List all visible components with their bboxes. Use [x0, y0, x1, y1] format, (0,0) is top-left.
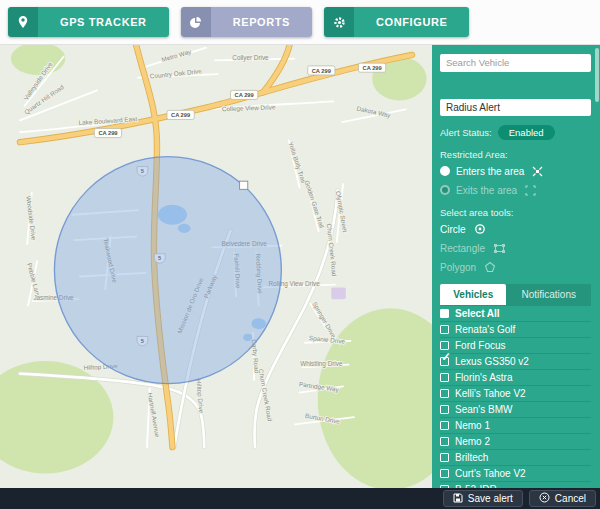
- vehicle-checkbox[interactable]: [440, 341, 449, 350]
- highway-shield: CA 299: [94, 129, 121, 138]
- highway-shield: CA 299: [308, 66, 335, 75]
- vehicle-row[interactable]: Curt's Tahoe V2: [440, 466, 591, 482]
- pie-chart-icon: [181, 7, 211, 37]
- street-label: Hilltop Drive: [194, 379, 205, 414]
- vehicle-row[interactable]: Nemo 2: [440, 434, 591, 450]
- vehicle-checkbox-checked[interactable]: ✓: [440, 357, 449, 366]
- svg-text:CA 299: CA 299: [171, 112, 190, 118]
- circle-tool-icon: [474, 223, 486, 235]
- vehicle-row[interactable]: Ford Focus: [440, 338, 591, 354]
- radius-alert-circle[interactable]: [54, 157, 281, 384]
- street-label: Dakota Way: [356, 105, 392, 120]
- location-pin-icon: [8, 7, 38, 37]
- search-vehicle-input[interactable]: [440, 54, 591, 72]
- vehicle-name: Ford Focus: [455, 340, 506, 351]
- vehicle-checkbox[interactable]: [440, 309, 449, 318]
- gps-tracker-app: GPS TRACKER REPORTS CONFIGURE: [0, 0, 600, 509]
- vehicle-name: Renata's Golf: [455, 324, 515, 335]
- cancel-label: Cancel: [555, 493, 586, 504]
- vehicle-name: Curt's Tahoe V2: [455, 468, 526, 479]
- enters-area-label: Enters the area: [456, 166, 524, 177]
- vehicle-name: Kelli's Tahoe V2: [455, 388, 526, 399]
- highway-shield: CA 299: [359, 63, 386, 72]
- top-nav: GPS TRACKER REPORTS CONFIGURE: [0, 0, 600, 45]
- bottom-bar: Save alert Cancel: [0, 488, 600, 509]
- tab-vehicles[interactable]: Vehicles: [440, 284, 506, 305]
- circle-tool-label: Circle: [440, 224, 466, 235]
- vehicle-checkbox[interactable]: [440, 453, 449, 462]
- vehicle-checkbox[interactable]: [440, 405, 449, 414]
- floppy-disk-icon: [453, 493, 463, 505]
- vehicle-name: Select All: [455, 308, 500, 319]
- gps-tracker-button[interactable]: GPS TRACKER: [8, 7, 169, 37]
- alert-panel: Alert Status: Enabled Restricted Area: E…: [432, 45, 600, 488]
- vehicle-list: Select AllRenata's GolfFord Focus✓Lexus …: [440, 305, 591, 489]
- restricted-area-label: Restricted Area:: [440, 149, 591, 160]
- vehicle-name: Nemo 1: [455, 420, 490, 431]
- svg-text:CA 299: CA 299: [98, 130, 117, 136]
- vehicle-row[interactable]: Kelli's Tahoe V2: [440, 386, 591, 402]
- reports-button[interactable]: REPORTS: [181, 7, 312, 37]
- highway-shield: CA 299: [231, 90, 258, 99]
- vehicle-checkbox[interactable]: [440, 325, 449, 334]
- exits-area-label: Exits the area: [456, 185, 517, 196]
- alert-status-row: Alert Status: Enabled: [440, 125, 591, 140]
- street-label: Golden Gate Trail: [304, 179, 326, 228]
- vehicle-name: Florin's Astra: [455, 372, 512, 383]
- tab-notifications[interactable]: Notifications: [506, 284, 591, 305]
- vehicle-row[interactable]: Florin's Astra: [440, 370, 591, 386]
- polygon-tool-icon: [484, 261, 496, 273]
- vehicle-row[interactable]: Briltech: [440, 450, 591, 466]
- street-label: Metro Way: [161, 48, 193, 64]
- alert-name-input[interactable]: [440, 99, 591, 116]
- panel-tabs: Vehicles Notifications: [440, 284, 591, 305]
- vehicle-row[interactable]: Nemo 1: [440, 418, 591, 434]
- save-alert-label: Save alert: [468, 493, 513, 504]
- map-container: CA 299CA 299CA 299CA 299CA 299555 Valley…: [0, 45, 432, 488]
- circle-resize-handle[interactable]: [240, 181, 248, 189]
- sidebar-scrollbar[interactable]: [595, 48, 599, 102]
- save-alert-button[interactable]: Save alert: [443, 490, 523, 507]
- gear-icon: [324, 7, 354, 37]
- circle-tool[interactable]: Circle: [440, 222, 591, 237]
- alert-status-toggle[interactable]: Enabled: [498, 125, 555, 140]
- vehicle-row[interactable]: ✓Lexus GS350 v2: [440, 354, 591, 370]
- svg-text:CA 299: CA 299: [235, 92, 254, 98]
- enter-area-icon: [532, 166, 543, 177]
- vehicle-checkbox[interactable]: [440, 469, 449, 478]
- rectangle-tool[interactable]: Rectangle: [440, 241, 591, 256]
- cancel-button[interactable]: Cancel: [529, 490, 596, 507]
- configure-label: CONFIGURE: [354, 7, 469, 37]
- svg-text:CA 299: CA 299: [363, 65, 382, 71]
- svg-text:CA 299: CA 299: [312, 68, 331, 74]
- radio-selected[interactable]: [440, 166, 450, 176]
- cancel-x-icon: [539, 492, 550, 505]
- configure-button[interactable]: CONFIGURE: [324, 7, 469, 37]
- vehicle-checkbox[interactable]: [440, 421, 449, 430]
- check-mark-icon: ✓: [441, 351, 451, 363]
- radio-unselected[interactable]: [440, 185, 450, 195]
- street-label: Country Oak Drive: [149, 67, 202, 80]
- vehicle-name: Briltech: [455, 452, 488, 463]
- vehicle-checkbox[interactable]: [440, 373, 449, 382]
- vehicle-checkbox[interactable]: [440, 389, 449, 398]
- vehicle-name: Lexus GS350 v2: [455, 356, 529, 367]
- street-label: Whistling Drive: [300, 360, 343, 368]
- enters-area-option[interactable]: Enters the area: [440, 164, 591, 179]
- vehicle-row[interactable]: Sean's BMW: [440, 402, 591, 418]
- street-label: Collyer Drive: [232, 54, 269, 62]
- gps-tracker-label: GPS TRACKER: [38, 7, 169, 37]
- vehicle-name: Sean's BMW: [455, 404, 512, 415]
- rectangle-tool-icon: [493, 243, 506, 254]
- area-tools-label: Select area tools:: [440, 207, 591, 218]
- map-canvas[interactable]: CA 299CA 299CA 299CA 299CA 299555 Valley…: [0, 45, 432, 488]
- street-label: College View Drive: [222, 103, 276, 113]
- reports-label: REPORTS: [211, 7, 312, 37]
- rectangle-tool-label: Rectangle: [440, 243, 485, 254]
- exits-area-option[interactable]: Exits the area: [440, 183, 591, 198]
- vehicle-row[interactable]: Renata's Golf: [440, 322, 591, 338]
- polygon-tool-label: Polygon: [440, 262, 476, 273]
- vehicle-checkbox[interactable]: [440, 437, 449, 446]
- vehicle-row[interactable]: Select All: [440, 306, 591, 322]
- polygon-tool[interactable]: Polygon: [440, 260, 591, 275]
